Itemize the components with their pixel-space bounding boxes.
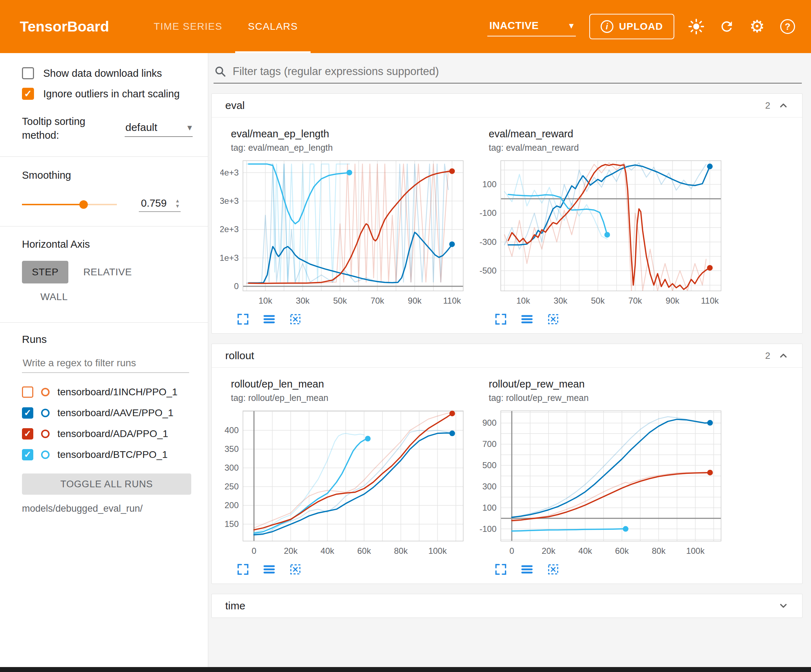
section-title: time [225,600,246,612]
tooltip-sorting-dropdown[interactable]: default ▾ [125,120,193,137]
brightness-icon[interactable] [688,18,705,35]
runs-heading: Runs [22,333,195,345]
show-download-links-checkbox[interactable]: ✓ [22,67,34,79]
ignore-outliers-checkbox[interactable]: ✓ [22,88,34,100]
svg-text:250: 250 [224,482,239,491]
eval-card-header[interactable]: eval 2 [212,94,802,117]
settings-gear-icon[interactable]: ⚙ [749,18,766,35]
smoothing-slider[interactable] [22,204,117,205]
run-row-btc[interactable]: ✓ tensorboard/BTC/PPO_1 [22,444,195,465]
svg-text:200: 200 [224,500,239,510]
svg-text:30k: 30k [296,296,310,305]
chevron-down-icon: ▾ [569,21,574,30]
app-title: TensorBoard [20,19,109,35]
run-checkbox[interactable]: ✓ [22,428,33,440]
axis-step-button[interactable]: STEP [22,261,68,283]
svg-text:4e+3: 4e+3 [220,168,239,177]
toggle-all-runs-button[interactable]: TOGGLE ALL RUNS [22,474,191,495]
run-color-ring [41,409,49,417]
run-checkbox[interactable]: ✓ [22,386,33,398]
svg-text:20k: 20k [541,546,556,555]
chevron-up-icon[interactable] [778,100,789,111]
svg-text:100k: 100k [686,546,705,555]
tooltip-sorting-label: Tooltip sorting method: [22,115,110,142]
chart-tag: tag: eval/mean_reward [489,142,730,153]
line-chart[interactable]: 020k40k60k80k100k150200250300350400 [220,406,468,559]
chart-title: rollout/ep_rew_mean [489,378,730,390]
svg-text:-100: -100 [480,208,497,218]
runs-path-label: models/debugged_eval_run/ [22,503,195,514]
chevron-down-icon: ▾ [187,123,192,132]
svg-text:80k: 80k [652,546,666,555]
line-chart[interactable]: 10k30k50k70k90k110k-500-300-100100 [478,156,726,308]
svg-text:10k: 10k [258,296,273,305]
svg-text:90k: 90k [666,296,680,305]
axis-relative-button[interactable]: RELATIVE [73,261,142,283]
svg-text:90k: 90k [408,296,422,305]
svg-text:-300: -300 [480,237,497,247]
svg-text:0: 0 [251,546,256,555]
svg-text:50k: 50k [333,296,348,305]
fit-domain-icon[interactable] [289,563,302,576]
svg-text:40k: 40k [579,546,592,555]
chevron-up-icon[interactable] [778,350,789,361]
svg-text:-100: -100 [480,524,497,534]
svg-text:20k: 20k [284,546,298,555]
run-row-aave[interactable]: ✓ tensorboard/AAVE/PPO_1 [22,402,195,423]
chart-title: eval/mean_ep_length [231,128,472,140]
app-header: TensorBoard TIME SERIES SCALARS INACTIVE… [0,0,811,53]
run-checkbox[interactable]: ✓ [22,407,33,419]
run-checkbox[interactable]: ✓ [22,449,33,460]
status-dropdown[interactable]: INACTIVE ▾ [487,17,576,36]
runs-filter-input[interactable] [22,355,189,373]
svg-text:100k: 100k [428,546,447,555]
chevron-down-icon[interactable] [778,601,789,611]
data-table-icon[interactable] [521,563,533,576]
main-tabs: TIME SERIES SCALARS [141,0,310,53]
chart-tag: tag: rollout/ep_len_mean [231,393,472,403]
upload-button[interactable]: i UPLOAD [589,14,674,39]
section-count: 2 [765,350,770,361]
chart-eval-mean-reward: eval/mean_reward tag: eval/mean_reward 1… [478,128,730,325]
fit-domain-icon[interactable] [547,313,560,325]
fullscreen-icon[interactable] [494,563,507,576]
fit-domain-icon[interactable] [289,313,302,325]
fullscreen-icon[interactable] [237,313,249,325]
tab-time-series[interactable]: TIME SERIES [141,0,235,53]
fit-domain-icon[interactable] [547,563,560,576]
show-download-links-checkbox-row[interactable]: ✓ Show data download links [22,67,195,79]
slider-knob[interactable] [79,200,88,209]
chart-rollout-ep-len-mean: rollout/ep_len_mean tag: rollout/ep_len_… [220,378,472,576]
run-row-1inch[interactable]: ✓ tensorboard/1INCH/PPO_1 [22,381,195,402]
filter-tags-input[interactable] [232,65,800,78]
svg-text:350: 350 [224,444,239,454]
fullscreen-icon[interactable] [237,563,249,576]
svg-text:0: 0 [509,546,514,555]
search-icon [214,66,226,78]
fullscreen-icon[interactable] [494,313,507,325]
time-card-header[interactable]: time [212,594,802,618]
section-title: eval [225,100,245,112]
data-table-icon[interactable] [263,563,275,576]
line-chart[interactable]: 10k30k50k70k90k110k01e+32e+33e+34e+3 [220,156,468,308]
tab-scalars[interactable]: SCALARS [235,0,310,53]
horizontal-axis-label: Horizontal Axis [22,239,195,250]
help-icon[interactable]: ? [779,18,796,35]
run-row-ada[interactable]: ✓ tensorboard/ADA/PPO_1 [22,423,195,444]
smoothing-value-stepper[interactable]: 0.759 ▲▼ [139,197,181,212]
refresh-icon[interactable] [718,18,735,35]
chart-title: rollout/ep_len_mean [231,378,472,390]
rollout-card-header[interactable]: rollout 2 [212,344,802,367]
stepper-arrows-icon[interactable]: ▲▼ [175,198,180,208]
section-card-eval: eval 2 eval/mean_ep_length tag: eval/mea… [211,93,803,334]
data-table-icon[interactable] [263,313,275,325]
ignore-outliers-checkbox-row[interactable]: ✓ Ignore outliers in chart scaling [22,88,195,100]
data-table-icon[interactable] [521,313,533,325]
check-icon: ✓ [24,429,32,438]
svg-text:300: 300 [224,463,239,472]
run-color-ring [41,430,49,438]
info-icon: i [601,20,613,33]
svg-text:80k: 80k [394,546,408,555]
axis-wall-button[interactable]: WALL [31,286,78,308]
line-chart[interactable]: 020k40k60k80k100k-100100300500700900 [478,406,726,559]
